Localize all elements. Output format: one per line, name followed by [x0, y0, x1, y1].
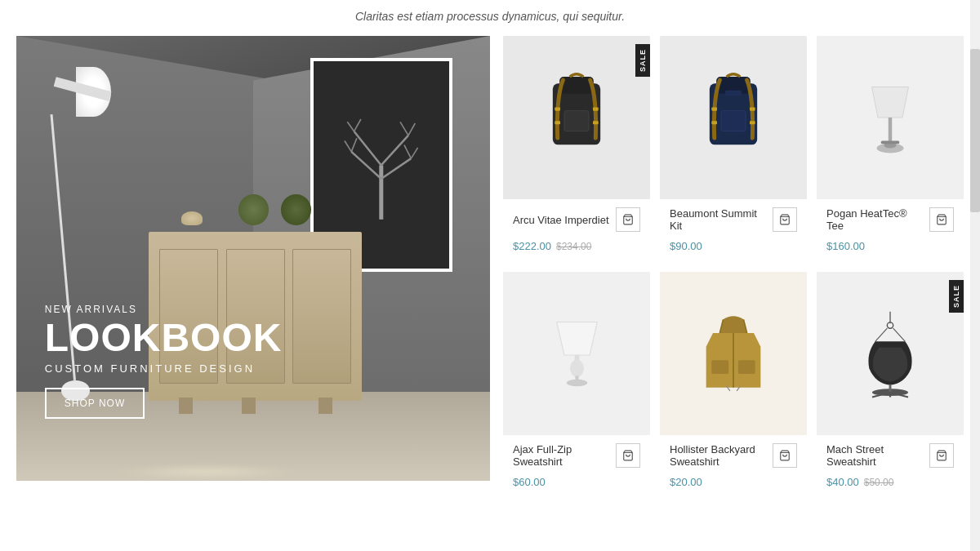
svg-line-53 — [893, 328, 906, 341]
price-current-p1: $222.00 — [513, 240, 551, 252]
svg-line-8 — [408, 123, 415, 136]
price-original-p6: $50.00 — [864, 477, 894, 488]
decor-plant1 — [238, 194, 269, 224]
product-image-p5 — [660, 272, 807, 435]
lookbook-subtitle: CUSTOM FURNITURE DESIGN — [45, 362, 283, 375]
scrollbar-track[interactable] — [970, 0, 980, 551]
product-info-p5: Hollister Backyard Sweatshirt — [660, 435, 807, 476]
product-card-p1: SALEArcu Vitae Imperdiet $222.00$234.00 — [503, 36, 650, 262]
svg-rect-26 — [750, 108, 755, 111]
sale-badge-p6: SALE — [949, 280, 964, 313]
product-price-p2: $90.00 — [660, 240, 807, 262]
product-info-p6: Mach Street Sweatshirt — [817, 435, 964, 476]
price-current-p5: $20.00 — [670, 476, 702, 488]
scrollbar-thumb[interactable] — [970, 49, 980, 212]
product-image-p3 — [817, 36, 964, 199]
svg-rect-45 — [711, 360, 728, 374]
product-price-p6: $40.00$50.00 — [817, 476, 964, 498]
product-price-p4: $60.00 — [503, 476, 650, 498]
svg-line-10 — [351, 138, 357, 152]
product-name-p4: Ajax Full-Zip Sweatshirt — [513, 443, 609, 468]
svg-marker-30 — [872, 87, 909, 118]
svg-rect-18 — [555, 121, 560, 124]
svg-rect-31 — [889, 118, 893, 142]
svg-rect-34 — [881, 141, 900, 144]
svg-line-1 — [354, 131, 381, 165]
lookbook-text-overlay: NEW ARRIVALS LOOKBOOK CUSTOM FURNITURE D… — [45, 304, 283, 419]
add-to-cart-button-p2[interactable] — [773, 207, 797, 232]
price-original-p1: $234.00 — [556, 241, 591, 252]
svg-rect-25 — [711, 108, 717, 111]
lookbook-hero: NEW ARRIVALS LOOKBOOK CUSTOM FURNITURE D… — [16, 36, 490, 481]
product-info-p4: Ajax Full-Zip Sweatshirt — [503, 435, 650, 476]
svg-line-7 — [400, 122, 408, 136]
add-to-cart-button-p3[interactable] — [929, 207, 954, 232]
svg-rect-16 — [555, 108, 560, 111]
svg-rect-28 — [750, 121, 755, 124]
svg-line-2 — [381, 136, 408, 166]
product-image-p1: SALE — [503, 36, 650, 199]
decor-plant2 — [281, 194, 311, 224]
product-card-p6: SALEMach Street Sweatshirt $40.00$50.00 — [817, 272, 964, 498]
product-card-p4: Ajax Full-Zip Sweatshirt $60.00 — [503, 272, 650, 498]
svg-line-9 — [345, 140, 351, 151]
lookbook-title: LOOKBOOK — [45, 318, 283, 358]
product-card-p5: Hollister Backyard Sweatshirt $20.00 — [660, 272, 807, 498]
svg-rect-23 — [721, 111, 746, 131]
product-name-p1: Arcu Vitae Imperdiet — [513, 214, 609, 226]
product-card-p2: Beaumont Summit Kit $90.00 — [660, 36, 807, 262]
price-current-p2: $90.00 — [670, 240, 702, 252]
svg-line-11 — [404, 144, 411, 158]
product-name-p2: Beaumont Summit Kit — [670, 207, 766, 232]
main-content: NEW ARRIVALS LOOKBOOK CUSTOM FURNITURE D… — [0, 36, 980, 514]
product-name-p6: Mach Street Sweatshirt — [826, 443, 923, 468]
product-name-p5: Hollister Backyard Sweatshirt — [670, 443, 766, 468]
svg-point-40 — [570, 359, 584, 376]
add-to-cart-button-p5[interactable] — [773, 443, 797, 468]
tree-artwork — [341, 82, 422, 248]
decor-shell — [181, 211, 203, 225]
svg-line-6 — [354, 119, 360, 131]
svg-marker-36 — [556, 322, 597, 354]
add-to-cart-button-p6[interactable] — [929, 443, 954, 468]
sale-badge-p1: SALE — [635, 44, 650, 77]
svg-rect-24 — [725, 91, 742, 96]
products-grid: SALEArcu Vitae Imperdiet $222.00$234.00 … — [503, 36, 964, 498]
add-to-cart-button-p4[interactable] — [616, 443, 640, 468]
svg-line-12 — [411, 147, 417, 158]
svg-line-5 — [347, 122, 354, 131]
product-image-p2 — [660, 36, 807, 199]
price-current-p3: $160.00 — [826, 240, 865, 252]
price-current-p4: $60.00 — [513, 476, 546, 488]
product-info-p1: Arcu Vitae Imperdiet — [503, 199, 650, 240]
svg-point-42 — [566, 379, 587, 386]
product-price-p1: $222.00$234.00 — [503, 240, 650, 262]
shop-now-button[interactable]: SHOP NOW — [45, 388, 145, 419]
svg-rect-46 — [738, 360, 755, 374]
price-current-p6: $40.00 — [826, 476, 859, 488]
product-price-p5: $20.00 — [660, 476, 807, 498]
tagline: Claritas est etiam processus dynamicus, … — [0, 0, 980, 36]
add-to-cart-button-p1[interactable] — [616, 207, 640, 232]
product-card-p3: Pogan HeatTec® Tee $160.00 — [817, 36, 964, 262]
product-name-p3: Pogan HeatTec® Tee — [826, 207, 923, 232]
floor-light — [111, 463, 301, 481]
svg-rect-17 — [593, 108, 599, 111]
svg-rect-19 — [593, 121, 599, 124]
lookbook-new-arrivals: NEW ARRIVALS — [45, 304, 283, 315]
svg-rect-27 — [711, 121, 717, 124]
product-image-p4 — [503, 272, 650, 435]
svg-rect-15 — [564, 111, 589, 131]
product-price-p3: $160.00 — [817, 240, 964, 262]
cabinet-leg — [318, 398, 332, 415]
svg-line-52 — [875, 328, 888, 341]
product-image-p6: SALE — [817, 272, 964, 435]
product-info-p2: Beaumont Summit Kit — [660, 199, 807, 240]
cabinet-door-3 — [292, 249, 351, 384]
product-info-p3: Pogan HeatTec® Tee — [817, 199, 964, 240]
svg-line-3 — [351, 151, 381, 178]
